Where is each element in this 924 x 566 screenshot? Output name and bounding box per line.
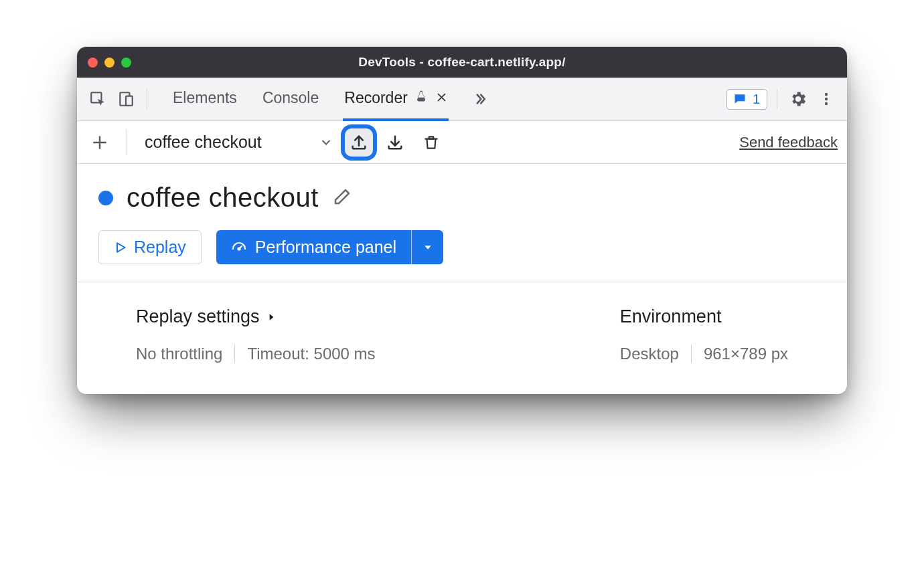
device-toolbar-icon[interactable]	[114, 88, 137, 110]
recording-select-value: coffee checkout	[145, 132, 262, 152]
delete-recording-button[interactable]	[417, 128, 445, 157]
performance-panel-button[interactable]: Performance panel	[216, 230, 411, 264]
separator	[147, 89, 147, 109]
more-tabs-icon[interactable]	[471, 88, 494, 110]
export-recording-button[interactable]	[345, 128, 373, 157]
replay-button-label: Replay	[134, 238, 186, 257]
window-close-button[interactable]	[88, 58, 98, 68]
svg-point-3	[825, 93, 828, 96]
recording-select[interactable]: coffee checkout	[141, 132, 337, 152]
recorder-content: coffee checkout Replay Performance panel	[77, 164, 847, 394]
new-recording-button[interactable]	[86, 129, 113, 156]
recording-status-icon	[98, 191, 113, 205]
import-recording-button[interactable]	[381, 128, 409, 157]
settings-icon[interactable]	[787, 88, 810, 110]
replay-settings-column: Replay settings No throttling Timeout: 5…	[136, 306, 376, 363]
throttling-value: No throttling	[136, 345, 222, 363]
svg-point-6	[238, 248, 240, 250]
send-feedback-link[interactable]: Send feedback	[739, 134, 838, 151]
recorder-toolbar: coffee checkout Send feedback	[77, 121, 847, 164]
separator	[691, 345, 692, 363]
rename-recording-button[interactable]	[332, 187, 352, 209]
tab-elements[interactable]: Elements	[171, 78, 238, 121]
svg-point-4	[825, 98, 828, 100]
experimental-icon	[414, 89, 428, 107]
tab-label: Recorder	[344, 89, 408, 107]
titlebar: DevTools - coffee-cart.netlify.app/	[77, 47, 847, 78]
window-zoom-button[interactable]	[121, 58, 131, 68]
issues-count: 1	[753, 92, 760, 107]
separator	[777, 89, 777, 109]
tab-label: Elements	[173, 89, 237, 107]
replay-settings-toggle[interactable]: Replay settings	[136, 306, 376, 327]
svg-rect-2	[126, 96, 133, 106]
issues-chip[interactable]: 1	[726, 89, 767, 110]
panel-tabs: Elements Console Recorder	[171, 78, 494, 121]
timeout-value: Timeout: 5000 ms	[247, 345, 375, 363]
chevron-right-icon	[266, 311, 276, 323]
separator	[234, 345, 235, 363]
recording-header: coffee checkout	[98, 183, 826, 213]
devtools-window: DevTools - coffee-cart.netlify.app/ Elem…	[77, 47, 847, 394]
recorder-settings: Replay settings No throttling Timeout: 5…	[98, 282, 826, 382]
devtools-toolbar: Elements Console Recorder 1	[77, 78, 847, 121]
environment-heading: Environment	[620, 306, 722, 327]
close-tab-icon[interactable]	[436, 89, 447, 107]
recording-name: coffee checkout	[127, 183, 319, 213]
recording-actions: Replay Performance panel	[98, 230, 826, 264]
separator	[127, 130, 127, 155]
replay-button[interactable]: Replay	[98, 230, 202, 264]
kebab-menu-icon[interactable]	[815, 88, 838, 110]
environment-viewport: 961×789 px	[704, 345, 788, 363]
inspect-element-icon[interactable]	[86, 88, 109, 110]
window-title: DevTools - coffee-cart.netlify.app/	[77, 55, 847, 70]
tab-console[interactable]: Console	[261, 78, 320, 121]
replay-settings-heading: Replay settings	[136, 306, 260, 327]
performance-panel-dropdown[interactable]	[411, 230, 443, 264]
tab-recorder[interactable]: Recorder	[343, 78, 449, 121]
tab-label: Console	[262, 89, 319, 107]
environment-column: Environment Desktop 961×789 px	[620, 306, 788, 363]
window-minimize-button[interactable]	[104, 58, 114, 68]
svg-point-5	[825, 102, 828, 105]
environment-device: Desktop	[620, 345, 679, 363]
window-controls	[88, 58, 131, 68]
performance-panel-label: Performance panel	[255, 238, 396, 257]
performance-panel-button-group: Performance panel	[216, 230, 443, 264]
